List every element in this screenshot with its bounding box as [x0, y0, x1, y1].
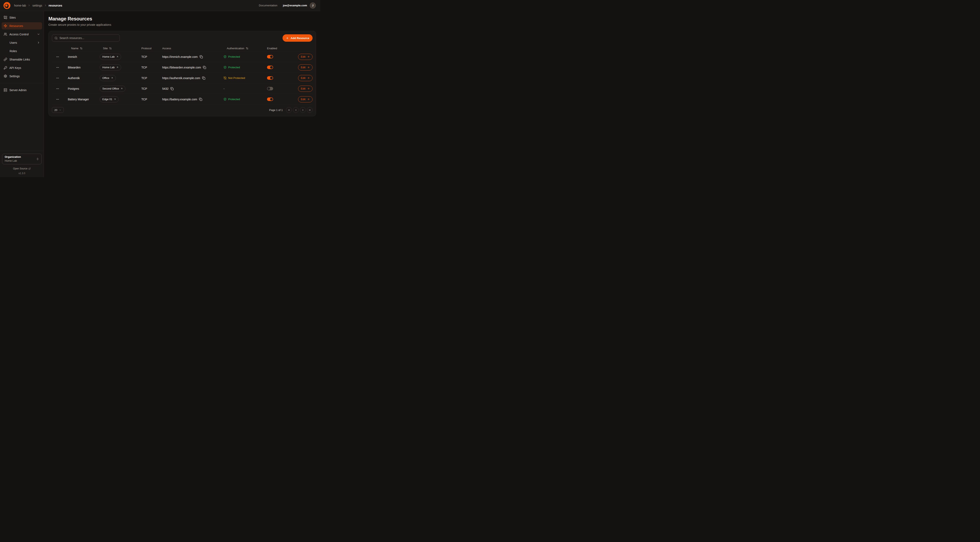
site-link[interactable]: Office [100, 75, 116, 81]
sidebar-item-label: API Keys [10, 66, 21, 70]
ellipsis-icon [56, 87, 59, 90]
sidebar-nav: Sites Resources Access Control Users Rol… [0, 11, 44, 94]
open-source-label: Open Source [13, 167, 27, 170]
row-actions-button[interactable] [55, 54, 60, 59]
sidebar: Sites Resources Access Control Users Rol… [0, 11, 44, 177]
resource-name: Postgres [63, 87, 95, 90]
sidebar-item-label: Access Control [10, 33, 29, 36]
sidebar-item-sites[interactable]: Sites [2, 14, 42, 21]
shield-off-icon [223, 77, 227, 80]
sidebar-item-roles[interactable]: Roles [2, 48, 42, 54]
last-page-button[interactable] [307, 107, 313, 113]
site-link[interactable]: Second Office [100, 86, 126, 92]
breadcrumb: home-lab settings resources [14, 4, 62, 7]
page-size-select[interactable]: 20 [52, 107, 64, 113]
next-page-button[interactable] [300, 107, 305, 113]
edit-button[interactable]: Edit [298, 96, 313, 102]
arrow-right-icon [307, 77, 310, 79]
chevron-down-icon [59, 109, 61, 111]
edit-button[interactable]: Edit [298, 75, 313, 81]
copy-icon[interactable] [200, 55, 203, 59]
header-access: Access [158, 47, 219, 50]
enabled-toggle[interactable] [267, 97, 273, 101]
chevrons-left-icon [288, 109, 290, 112]
enabled-toggle[interactable] [267, 55, 273, 59]
copy-icon[interactable] [170, 87, 173, 90]
header-enabled: Enabled [262, 47, 285, 50]
ellipsis-icon [56, 77, 59, 80]
header-name[interactable]: Name [63, 47, 95, 50]
enabled-toggle[interactable] [267, 65, 273, 69]
shareable-links-icon [4, 57, 7, 61]
resource-protocol: TCP [137, 87, 158, 90]
header-site[interactable]: Site [95, 47, 137, 50]
copy-icon[interactable] [203, 66, 206, 69]
row-actions-button[interactable] [55, 97, 60, 102]
sidebar-item-shareable-links[interactable]: Shareable Links [2, 56, 42, 63]
enabled-toggle[interactable] [267, 76, 273, 80]
sidebar-bottom: Organization Home Lab Open Source v1.3.0 [0, 151, 44, 177]
site-link[interactable]: Edge 01 [100, 96, 119, 102]
documentation-link[interactable]: Documentation [259, 4, 277, 7]
table-body: Immich Home Lab TCP https://immich.examp… [52, 51, 313, 105]
chevron-right-icon[interactable] [37, 41, 40, 44]
user-email[interactable]: joe@example.com [283, 4, 307, 7]
pagination: 20 Page 1 of 1 [52, 107, 313, 113]
table-row: Immich Home Lab TCP https://immich.examp… [52, 51, 313, 62]
chevron-down-icon[interactable] [37, 33, 40, 36]
arrow-up-right-icon [116, 66, 118, 69]
server-admin-icon [4, 88, 7, 92]
enabled-toggle[interactable] [267, 87, 273, 90]
page-subtitle: Create secure proxies to your private ap… [48, 23, 316, 26]
external-link-icon [29, 167, 31, 170]
previous-page-button[interactable] [293, 107, 299, 113]
open-source-link[interactable]: Open Source [2, 167, 42, 170]
row-actions-button[interactable] [55, 86, 60, 91]
sidebar-item-settings[interactable]: Settings [2, 73, 42, 80]
copy-icon[interactable] [199, 98, 202, 101]
sidebar-item-label: Resources [10, 24, 23, 27]
arrow-up-right-icon [111, 77, 113, 79]
sidebar-item-access-control[interactable]: Access Control [2, 31, 42, 38]
page-title: Manage Resources [48, 16, 316, 22]
edit-button[interactable]: Edit [298, 64, 313, 70]
sort-icon[interactable] [80, 47, 83, 49]
ellipsis-icon [56, 55, 59, 59]
sidebar-item-resources[interactable]: Resources [2, 22, 42, 29]
breadcrumb-org[interactable]: home-lab [14, 4, 26, 7]
org-selector[interactable]: Organization Home Lab [2, 154, 42, 164]
sidebar-divider [0, 83, 44, 83]
avatar[interactable]: J [310, 2, 316, 9]
resource-protocol: TCP [137, 77, 158, 80]
chevron-left-icon [294, 109, 297, 112]
resource-access: https://bitwarden.example.com [162, 66, 201, 69]
arrow-right-icon [307, 66, 310, 69]
search-box [52, 34, 120, 42]
sidebar-item-server-admin[interactable]: Server Admin [2, 86, 42, 94]
sort-icon[interactable] [246, 47, 248, 49]
site-link[interactable]: Home Lab [100, 54, 121, 60]
header-authentication[interactable]: Authentication [219, 47, 262, 50]
breadcrumb-settings[interactable]: settings [32, 4, 42, 7]
breadcrumb-resources[interactable]: resources [49, 4, 62, 7]
sort-icon[interactable] [109, 47, 112, 49]
toolbar: Add Resource [52, 34, 313, 42]
first-page-button[interactable] [286, 107, 292, 113]
site-link[interactable]: Home Lab [100, 64, 121, 70]
add-resource-button[interactable]: Add Resource [283, 34, 313, 42]
search-input[interactable] [59, 37, 117, 40]
resource-name: Immich [63, 55, 95, 59]
copy-icon[interactable] [202, 77, 205, 80]
row-actions-button[interactable] [55, 75, 60, 81]
sidebar-item-api-keys[interactable]: API Keys [2, 64, 42, 71]
sidebar-item-label: Roles [10, 49, 17, 53]
edit-button[interactable]: Edit [298, 54, 313, 60]
sidebar-item-users[interactable]: Users [2, 39, 42, 46]
row-actions-button[interactable] [55, 65, 60, 70]
shield-check-icon [223, 98, 227, 101]
search-icon [54, 37, 57, 40]
edit-button[interactable]: Edit [298, 86, 313, 92]
version-label: v1.3.0 [2, 172, 42, 175]
chevron-right-icon [44, 4, 47, 7]
ellipsis-icon [56, 98, 59, 101]
